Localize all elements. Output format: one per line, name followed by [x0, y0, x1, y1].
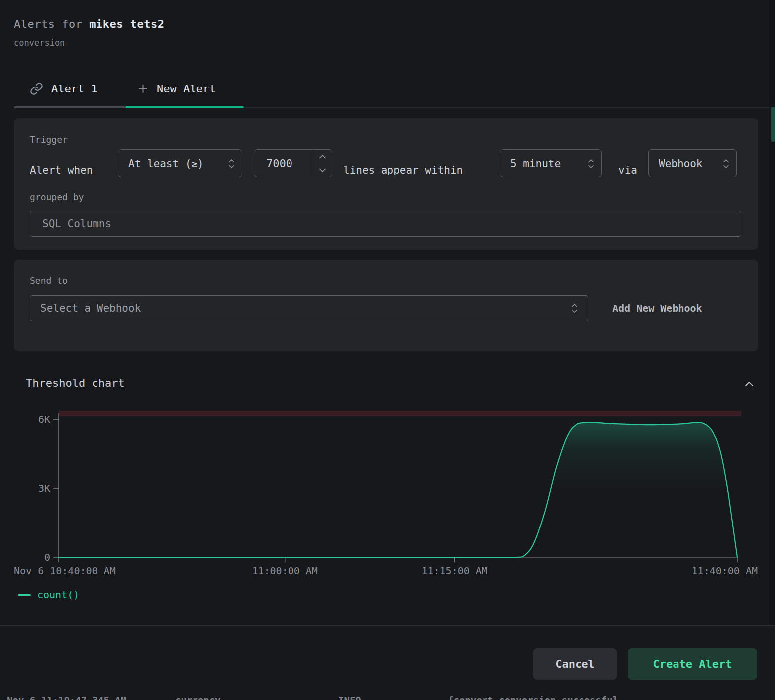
tab-new-alert[interactable]: New Alert — [137, 78, 216, 99]
tab-alert-1-label: Alert 1 — [51, 83, 97, 95]
condition-select[interactable]: At least (≥) — [118, 149, 242, 177]
link-icon — [30, 82, 43, 95]
threshold-input[interactable] — [254, 150, 313, 177]
threshold-number-field — [254, 149, 332, 177]
cancel-button[interactable]: Cancel — [533, 648, 617, 680]
chevron-updown-icon — [228, 157, 235, 170]
page-subtitle: conversion — [14, 38, 65, 48]
svg-text:11:15:00 AM: 11:15:00 AM — [421, 565, 487, 577]
chevron-up-icon — [742, 377, 756, 391]
stepper-up-button[interactable] — [313, 150, 332, 164]
log-service: currency — [175, 695, 221, 700]
legend-line-swatch — [18, 594, 31, 596]
tab-alert-1[interactable]: Alert 1 — [30, 78, 97, 99]
grouped-by-label: grouped by — [30, 192, 84, 202]
threshold-stepper — [313, 150, 332, 177]
tab-new-alert-active-indicator — [125, 106, 244, 108]
grouped-by-input[interactable] — [30, 211, 741, 237]
send-to-card: Send to Select a Webhook Add New Webhook — [14, 260, 758, 351]
log-level: INFO — [338, 695, 361, 700]
log-timestamp: Nov 6 11:10:47.345 AM — [7, 695, 126, 700]
tab-alert-1-indicator — [14, 106, 125, 108]
window-select[interactable]: 5 minute — [500, 149, 602, 177]
tab-new-alert-label: New Alert — [157, 83, 216, 95]
chevron-updown-icon — [722, 157, 730, 170]
page-title-source-name: mikes tets2 — [89, 18, 164, 30]
trigger-label: Trigger — [30, 134, 68, 145]
threshold-chart-canvas: 03K6KNov 6 10:40:00 AM11:00:00 AM11:15:0… — [0, 398, 775, 583]
stepper-down-button[interactable] — [313, 164, 332, 177]
svg-text:3K: 3K — [38, 482, 50, 494]
svg-text:11:00:00 AM: 11:00:00 AM — [252, 565, 317, 577]
channel-select[interactable]: Webhook — [648, 149, 737, 177]
chevron-updown-icon — [571, 302, 578, 315]
channel-select-value: Webhook — [659, 158, 703, 170]
svg-text:11:40:00 AM: 11:40:00 AM — [692, 565, 758, 577]
create-alert-button[interactable]: Create Alert — [628, 648, 757, 680]
collapse-chart-button[interactable] — [742, 376, 760, 392]
background-log-row: Nov 6 11:10:47.345 AM currency INFO {con… — [0, 695, 775, 700]
footer-divider — [0, 625, 775, 626]
chevron-updown-icon — [587, 157, 595, 170]
add-new-webhook-button[interactable]: Add New Webhook — [612, 298, 702, 318]
webhook-select-placeholder: Select a Webhook — [40, 302, 141, 314]
grouped-by-field — [30, 211, 741, 237]
window-select-value: 5 minute — [510, 158, 561, 170]
chart-legend[interactable]: count() — [18, 589, 79, 601]
page-title-prefix: Alerts for — [14, 18, 89, 30]
right-gutter — [769, 0, 775, 625]
alert-when-text: Alert when — [30, 156, 93, 184]
chevron-down-icon — [319, 168, 326, 173]
page-title: Alerts for mikes tets2 — [14, 18, 164, 30]
log-message: {convert conversion successful — [448, 695, 618, 700]
webhook-select[interactable]: Select a Webhook — [30, 295, 588, 321]
svg-text:Nov 6 10:40:00 AM: Nov 6 10:40:00 AM — [14, 565, 116, 577]
alert-modal: Alerts for mikes tets2 conversion Alert … — [0, 0, 775, 700]
svg-text:0: 0 — [44, 551, 50, 563]
svg-text:6K: 6K — [38, 413, 50, 425]
send-to-label: Send to — [30, 275, 68, 286]
trigger-card: Trigger Alert when At least (≥) lines ap — [14, 118, 758, 250]
plus-icon — [137, 83, 149, 94]
scrollbar-thumb[interactable] — [771, 107, 775, 142]
via-text: via — [618, 156, 637, 184]
chevron-up-icon — [319, 154, 326, 159]
condition-select-value: At least (≥) — [128, 158, 204, 170]
threshold-chart-title: Threshold chart — [26, 377, 125, 389]
threshold-zone — [59, 411, 741, 416]
lines-appear-text: lines appear within — [343, 156, 463, 184]
legend-series-label: count() — [37, 589, 79, 601]
